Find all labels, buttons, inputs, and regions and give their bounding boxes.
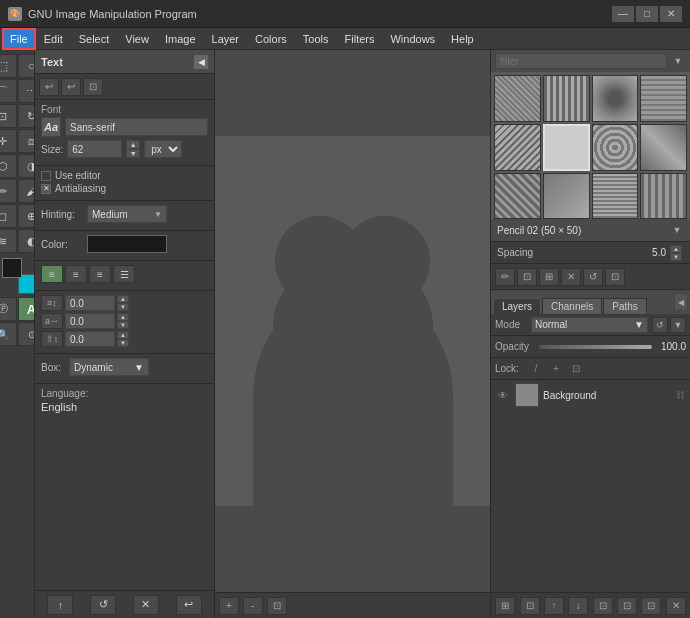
panel-undo-btn[interactable]: ↩ <box>176 595 202 615</box>
menu-layer[interactable]: Layer <box>204 28 248 50</box>
minimize-button[interactable]: — <box>612 6 634 22</box>
canvas-zoom-in[interactable]: + <box>219 597 239 615</box>
layers-panel-menu[interactable]: ◀ <box>674 293 688 311</box>
menu-select[interactable]: Select <box>71 28 118 50</box>
antialiasing-checkbox[interactable]: ✕ <box>41 184 51 194</box>
sub-btn-1[interactable]: ↩ <box>39 78 59 96</box>
brush-item-5[interactable] <box>494 124 541 171</box>
lock-pixels-icon[interactable]: / <box>529 362 543 376</box>
box-dropdown[interactable]: Dynamic ▼ <box>69 358 149 376</box>
brush-panel-collapse[interactable]: ▼ <box>670 53 686 69</box>
tool-dodge[interactable]: ◐ <box>18 229 36 253</box>
layer-merge-btn[interactable]: ⊡ <box>617 597 637 615</box>
tool-blend[interactable]: ◑ <box>18 154 36 178</box>
justify-left-btn[interactable]: ≡ <box>41 265 63 283</box>
canvas[interactable] <box>215 50 490 592</box>
brush-item-6[interactable] <box>543 124 590 171</box>
panel-new-btn[interactable]: ↑ <box>47 595 73 615</box>
opacity-slider[interactable] <box>539 345 652 349</box>
color-swatch-button[interactable] <box>87 235 167 253</box>
mode-history-btn[interactable]: ↺ <box>652 317 668 333</box>
lets-up[interactable]: ▲ <box>117 313 129 321</box>
tab-layers[interactable]: Layers <box>493 298 541 314</box>
tool-colorpick[interactable]: ⊙ <box>18 322 36 346</box>
menu-file[interactable]: File <box>2 28 36 50</box>
brush-tool-copy[interactable]: ⊞ <box>539 268 559 286</box>
tool-move[interactable]: ✛ <box>0 129 17 153</box>
menu-help[interactable]: Help <box>443 28 482 50</box>
mode-dropdown[interactable]: Normal ▼ <box>531 317 648 333</box>
brush-item-3[interactable] <box>592 75 639 122</box>
justify-fill-btn[interactable]: ☰ <box>113 265 135 283</box>
menu-view[interactable]: View <box>117 28 157 50</box>
tool-fuzzy-select[interactable]: ⋯ <box>18 79 36 103</box>
tool-pencil[interactable]: ✏ <box>0 179 17 203</box>
maximize-button[interactable]: □ <box>636 6 658 22</box>
justify-center-btn[interactable]: ≡ <box>65 265 87 283</box>
tab-channels[interactable]: Channels <box>542 298 602 314</box>
hinting-dropdown[interactable]: Medium ▼ <box>87 205 167 223</box>
tool-bucket[interactable]: ⬡ <box>0 154 17 178</box>
layer-mask-btn[interactable]: ⊡ <box>641 597 661 615</box>
panel-delete-btn[interactable]: ✕ <box>133 595 159 615</box>
sub-btn-2[interactable]: ↩ <box>61 78 81 96</box>
layer-new-group-btn[interactable]: ⊞ <box>495 597 515 615</box>
brush-item-8[interactable] <box>640 124 687 171</box>
layer-down-btn[interactable]: ↓ <box>568 597 588 615</box>
brush-item-1[interactable] <box>494 75 541 122</box>
brush-item-4[interactable] <box>640 75 687 122</box>
layer-new-btn[interactable]: ⊡ <box>520 597 540 615</box>
ls-down[interactable]: ▼ <box>117 303 129 311</box>
lock-move-icon[interactable]: + <box>549 362 563 376</box>
menu-edit[interactable]: Edit <box>36 28 71 50</box>
ls-up[interactable]: ▲ <box>117 295 129 303</box>
color-swatches[interactable] <box>2 258 35 294</box>
menu-tools[interactable]: Tools <box>295 28 337 50</box>
tool-smudge[interactable]: ≋ <box>0 229 17 253</box>
tool-clone[interactable]: ⊕ <box>18 204 36 228</box>
tool-rect-select[interactable]: ⬚ <box>0 54 17 78</box>
size-up-btn[interactable]: ▲ <box>126 140 140 149</box>
tool-ellipse-select[interactable]: ○ <box>18 54 36 78</box>
tab-paths[interactable]: Paths <box>603 298 647 314</box>
brush-item-9[interactable] <box>494 173 541 220</box>
word-spacing-input[interactable] <box>65 331 115 347</box>
tool-text[interactable]: A <box>18 297 36 321</box>
panel-collapse[interactable]: ◀ <box>194 55 208 69</box>
size-down-btn[interactable]: ▼ <box>126 149 140 158</box>
spacing-up[interactable]: ▲ <box>670 245 682 253</box>
tool-paint[interactable]: 🖌 <box>18 179 36 203</box>
brush-item-2[interactable] <box>543 75 590 122</box>
tool-paths[interactable]: Ⓟ <box>0 297 17 321</box>
brush-tool-delete[interactable]: ✕ <box>561 268 581 286</box>
foreground-color[interactable] <box>2 258 22 278</box>
tool-zoom[interactable]: 🔍 <box>0 322 17 346</box>
lets-down[interactable]: ▼ <box>117 321 129 329</box>
panel-reset-btn[interactable]: ↺ <box>90 595 116 615</box>
layer-visibility-btn[interactable]: 👁 <box>495 387 511 403</box>
brush-tool-new[interactable]: ⊡ <box>517 268 537 286</box>
menu-filters[interactable]: Filters <box>337 28 383 50</box>
lock-alpha-icon[interactable]: ⊡ <box>569 362 583 376</box>
ws-up[interactable]: ▲ <box>117 331 129 339</box>
layer-anchor-btn[interactable]: ⊡ <box>593 597 613 615</box>
menu-colors[interactable]: Colors <box>247 28 295 50</box>
justify-right-btn[interactable]: ≡ <box>89 265 111 283</box>
tool-lasso[interactable]: ⌒ <box>0 79 17 103</box>
brush-filter-input[interactable] <box>495 53 667 69</box>
font-name-input[interactable] <box>65 118 208 136</box>
brush-item-11[interactable] <box>592 173 639 220</box>
menu-image[interactable]: Image <box>157 28 204 50</box>
letter-spacing-input[interactable] <box>65 313 115 329</box>
canvas-fit[interactable]: ⊡ <box>267 597 287 615</box>
menu-windows[interactable]: Windows <box>382 28 443 50</box>
layer-up-btn[interactable]: ↑ <box>544 597 564 615</box>
sub-btn-3[interactable]: ⊡ <box>83 78 103 96</box>
size-input[interactable] <box>67 140 122 158</box>
mode-down-btn[interactable]: ▼ <box>670 317 686 333</box>
spacing-down[interactable]: ▼ <box>670 253 682 261</box>
brush-item-7[interactable] <box>592 124 639 171</box>
ws-down[interactable]: ▼ <box>117 339 129 347</box>
brush-tool-folder[interactable]: ⊡ <box>605 268 625 286</box>
line-spacing-input[interactable] <box>65 295 115 311</box>
